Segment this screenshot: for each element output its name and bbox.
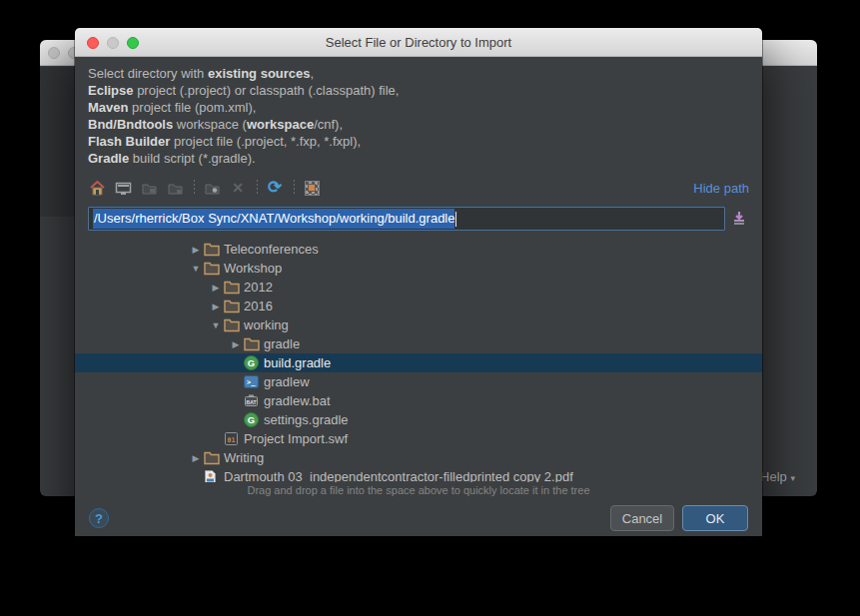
dialog-title: Select File or Directory to Import	[75, 35, 762, 50]
tree-row-label: 2016	[244, 299, 273, 313]
gradle-icon: G	[244, 355, 262, 370]
tree-row-label: Writing	[224, 450, 264, 465]
expand-arrow-icon[interactable]: ▶	[188, 453, 204, 463]
expand-arrow-icon[interactable]: ▶	[188, 245, 204, 255]
traffic-lights	[87, 37, 139, 49]
tree-row-label: 2012	[244, 280, 273, 295]
zoom-icon[interactable]	[127, 37, 139, 49]
drag-drop-hint: Drag and drop a file into the space abov…	[75, 484, 762, 496]
project-directory-icon	[140, 179, 158, 197]
tree-row-label: Dartmouth 03_independentcontractor-fille…	[224, 469, 573, 482]
tree-row[interactable]: ▼Workshop	[75, 259, 762, 278]
tree-row[interactable]: ▼working	[75, 315, 762, 334]
ok-button[interactable]: OK	[682, 505, 748, 531]
hide-path-link[interactable]: Hide path	[693, 181, 749, 196]
folder-icon	[244, 337, 262, 351]
tree-row-label: gradle	[264, 336, 300, 351]
help-menu[interactable]: Help ▾	[760, 469, 795, 484]
toolbar-separator	[257, 180, 258, 196]
dialog-footer: ? Cancel OK	[89, 505, 748, 531]
delete-icon: ✕	[229, 179, 247, 197]
tree-row[interactable]: ▶2012	[75, 278, 762, 297]
file-chooser-toolbar: ✕⟳Hide path	[88, 176, 749, 200]
description-line: Bnd/Bndtools workspace (workspace/cnf),	[88, 116, 749, 133]
tree-row[interactable]: Gbuild.gradle	[75, 353, 762, 372]
folder-icon	[224, 281, 242, 295]
description-line: Maven project file (pom.xml),	[88, 99, 749, 116]
svg-text:>_: >_	[247, 378, 256, 386]
tree-row[interactable]: Gsettings.gradle	[75, 410, 762, 429]
help-button[interactable]: ?	[89, 508, 109, 528]
tree-row[interactable]: ▶Writing	[75, 448, 762, 467]
tree-row[interactable]: Dartmouth 03_independentcontractor-fille…	[75, 467, 762, 482]
path-selected-text: /Users/rherrick/Box Sync/XNAT/Workshop/w…	[93, 209, 454, 229]
tree-row[interactable]: >_gradlew	[75, 372, 762, 391]
import-description: Select directory with existing sources,E…	[88, 65, 749, 167]
folder-icon	[224, 300, 242, 313]
path-field-row: /Users/rherrick/Box Sync/XNAT/Workshop/w…	[88, 207, 749, 231]
bat-icon: BAT	[244, 393, 262, 408]
tree-row[interactable]: ▶2016	[75, 297, 762, 315]
gradle-icon: G	[244, 412, 262, 427]
tree-row[interactable]: BATgradlew.bat	[75, 391, 762, 410]
svg-text:G: G	[248, 414, 255, 425]
toolbar-separator	[294, 180, 295, 196]
help-menu-label: Help	[760, 469, 787, 484]
home-icon[interactable]	[88, 179, 106, 197]
paste-path-icon[interactable]	[729, 209, 749, 229]
tree-row-label: gradlew.bat	[264, 393, 331, 408]
collapse-arrow-icon[interactable]: ▼	[188, 264, 204, 274]
text-caret	[455, 212, 456, 227]
select-file-dialog: Select File or Directory to Import Selec…	[75, 28, 762, 536]
desktop-stage: Help ▾ Select File or Directory to Impor…	[0, 0, 860, 616]
refresh-icon[interactable]: ⟳	[266, 179, 284, 197]
svg-text:01: 01	[228, 436, 236, 444]
toolbar-separator	[194, 180, 195, 196]
description-line: Gradle build script (*.gradle).	[88, 150, 749, 167]
expand-arrow-icon[interactable]: ▶	[208, 302, 224, 311]
tree-row-label: settings.gradle	[264, 412, 349, 427]
new-folder-icon	[203, 179, 221, 197]
tree-row-label: gradlew	[264, 374, 310, 389]
tree-row-label: Project Import.swf	[244, 431, 348, 446]
pdf-icon	[204, 469, 222, 482]
tree-row[interactable]: ▶gradle	[75, 334, 762, 353]
svg-text:G: G	[248, 357, 255, 368]
dialog-titlebar[interactable]: Select File or Directory to Import	[75, 28, 762, 57]
folder-icon	[204, 262, 222, 276]
file-tree: ▶Teleconferences▼Workshop▶2012▶2016▼work…	[75, 240, 762, 482]
expand-arrow-icon[interactable]: ▶	[228, 339, 244, 349]
desktop-icon[interactable]	[114, 179, 132, 197]
close-icon[interactable]	[48, 47, 60, 59]
description-line: Flash Builder project file (.project, *.…	[88, 133, 749, 150]
module-directory-icon	[166, 179, 184, 197]
tree-row[interactable]: 01Project Import.swf	[75, 429, 762, 448]
folder-icon	[224, 318, 242, 332]
show-hidden-files-icon[interactable]	[303, 179, 321, 197]
chevron-down-icon: ▾	[790, 473, 795, 483]
path-input[interactable]: /Users/rherrick/Box Sync/XNAT/Workshop/w…	[88, 207, 725, 231]
folder-icon	[204, 243, 222, 257]
tree-row-label: working	[244, 317, 289, 332]
terminal-icon: >_	[244, 374, 262, 389]
expand-arrow-icon[interactable]: ▶	[208, 283, 224, 293]
description-line: Eclipse project (.project) or classpath …	[88, 82, 749, 99]
tree-row[interactable]: ▶Teleconferences	[75, 240, 762, 259]
svg-text:BAT: BAT	[247, 399, 257, 405]
tree-row-label: Teleconferences	[224, 242, 319, 257]
cancel-button[interactable]: Cancel	[610, 505, 674, 531]
swf-icon: 01	[224, 431, 242, 446]
minimize-icon	[107, 37, 119, 49]
collapse-arrow-icon[interactable]: ▼	[208, 320, 224, 330]
tree-row-label: build.gradle	[264, 355, 331, 370]
close-icon[interactable]	[87, 37, 99, 49]
folder-icon	[204, 451, 222, 465]
tree-row-label: Workshop	[224, 261, 282, 276]
description-line: Select directory with existing sources,	[88, 65, 749, 82]
